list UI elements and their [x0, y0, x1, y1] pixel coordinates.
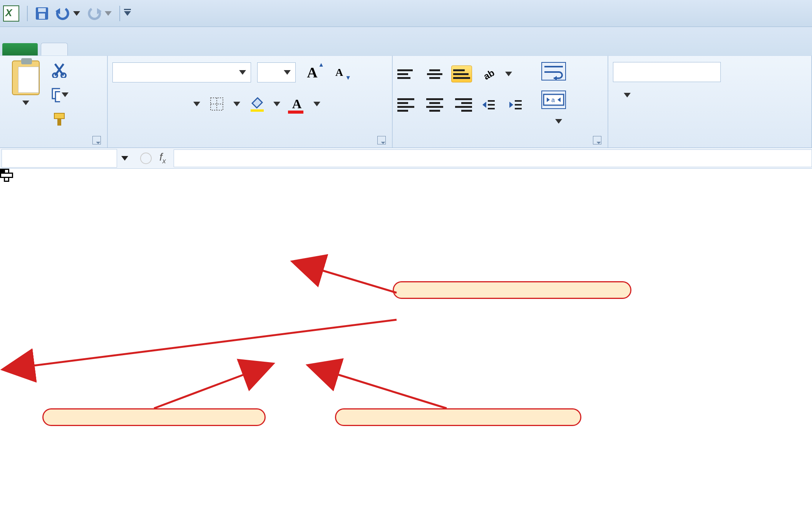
merge-dropdown[interactable] [555, 119, 562, 124]
callout-highlight [393, 281, 631, 299]
ribbon-tabs [0, 27, 812, 55]
tab-insert[interactable] [68, 43, 94, 55]
align-bottom-button[interactable] [451, 65, 472, 82]
merge-center-button[interactable]: a [541, 91, 566, 109]
cancel-icon [140, 153, 152, 164]
italic-button[interactable] [139, 94, 160, 114]
bold-button[interactable] [112, 94, 133, 114]
font-color-dropdown[interactable] [313, 102, 320, 106]
svg-marker-16 [482, 102, 486, 108]
number-format-combo[interactable] [613, 62, 721, 82]
group-label [613, 142, 807, 148]
align-left-button[interactable] [397, 96, 418, 113]
group-clipboard [0, 56, 108, 148]
align-middle-button[interactable] [424, 65, 445, 82]
redo-button[interactable] [85, 5, 103, 22]
copy-icon [51, 87, 60, 102]
svg-rect-8 [55, 92, 60, 102]
name-box[interactable] [2, 149, 117, 168]
excel-app-icon [3, 5, 19, 22]
tab-review[interactable] [172, 43, 199, 55]
tab-data[interactable] [146, 43, 172, 55]
fill-color-dropdown[interactable] [273, 102, 280, 106]
copy-dropdown[interactable] [62, 92, 69, 97]
svg-line-33 [154, 374, 246, 408]
svg-rect-11 [211, 98, 223, 110]
align-right-button[interactable] [451, 96, 472, 113]
callout-bold-outline [42, 408, 266, 426]
active-cell-outline [0, 169, 5, 173]
increase-indent-button[interactable] [505, 94, 526, 115]
fill-color-button[interactable] [246, 94, 267, 114]
save-button[interactable] [33, 5, 51, 22]
undo-button[interactable] [54, 5, 72, 22]
svg-marker-20 [509, 102, 513, 108]
undo-icon [54, 6, 72, 21]
align-center-button[interactable] [424, 96, 445, 113]
group-number [608, 56, 812, 148]
dialog-launcher-icon[interactable] [92, 136, 101, 144]
chevron-down-icon [239, 70, 246, 75]
increase-font-button[interactable]: A▲ [302, 62, 323, 83]
customize-qat-dropdown[interactable] [124, 11, 131, 16]
wrap-text-icon [542, 63, 565, 80]
svg-line-34 [335, 374, 447, 408]
font-name-combo[interactable] [112, 62, 251, 82]
underline-button[interactable] [166, 94, 187, 114]
tab-formulas[interactable] [120, 43, 146, 55]
undo-dropdown[interactable] [73, 11, 80, 16]
group-label [397, 142, 603, 148]
quick-access-toolbar [0, 0, 812, 27]
currency-dropdown[interactable] [624, 93, 631, 97]
paint-bucket-icon [248, 96, 265, 112]
font-size-combo[interactable] [257, 62, 296, 82]
tab-page-layout[interactable] [94, 43, 120, 55]
orientation-button[interactable]: ab [478, 64, 499, 84]
svg-rect-1 [38, 8, 46, 12]
group-label [112, 142, 387, 148]
align-top-button[interactable] [397, 65, 418, 82]
callout-cursor [335, 408, 581, 426]
formula-input[interactable] [174, 149, 812, 167]
wrap-text-button[interactable] [541, 62, 566, 81]
svg-rect-2 [39, 13, 45, 19]
svg-rect-10 [57, 119, 61, 126]
redo-icon [85, 6, 103, 21]
borders-dropdown[interactable] [233, 102, 240, 106]
increase-indent-icon [508, 97, 523, 112]
separator [119, 6, 120, 21]
separator [27, 6, 28, 21]
underline-dropdown[interactable] [193, 102, 200, 106]
decrease-indent-button[interactable] [478, 94, 499, 115]
copy-button[interactable] [51, 86, 69, 104]
redo-dropdown[interactable] [105, 11, 112, 16]
name-box-dropdown[interactable] [121, 156, 128, 161]
chevron-down-icon [284, 70, 291, 75]
group-alignment: ab [393, 56, 608, 148]
svg-rect-9 [54, 113, 64, 119]
format-painter-button[interactable] [51, 111, 69, 128]
tab-view[interactable] [199, 43, 225, 55]
tab-home[interactable] [41, 43, 68, 55]
borders-button[interactable] [206, 94, 227, 114]
group-label [5, 142, 102, 148]
formula-bar: fx [0, 148, 812, 169]
svg-text:ab: ab [482, 67, 496, 82]
decrease-font-button[interactable]: A▼ [329, 62, 350, 83]
fx-icon[interactable]: fx [159, 151, 166, 165]
cut-button[interactable] [51, 61, 69, 79]
group-font: A▲ A▼ [108, 56, 393, 148]
svg-line-32 [31, 320, 397, 366]
decrease-indent-icon [481, 97, 496, 112]
orientation-dropdown[interactable] [505, 72, 512, 76]
paste-icon [12, 60, 40, 95]
block-plus-cursor-icon [0, 169, 12, 181]
paste-dropdown[interactable] [22, 101, 29, 105]
font-color-button[interactable]: A [286, 94, 307, 114]
dialog-launcher-icon[interactable] [593, 136, 601, 144]
dialog-launcher-icon[interactable] [377, 136, 386, 144]
svg-rect-14 [251, 109, 264, 112]
paintbrush-icon [52, 112, 67, 127]
tab-file[interactable] [2, 43, 38, 55]
merge-icon: a [542, 91, 565, 108]
